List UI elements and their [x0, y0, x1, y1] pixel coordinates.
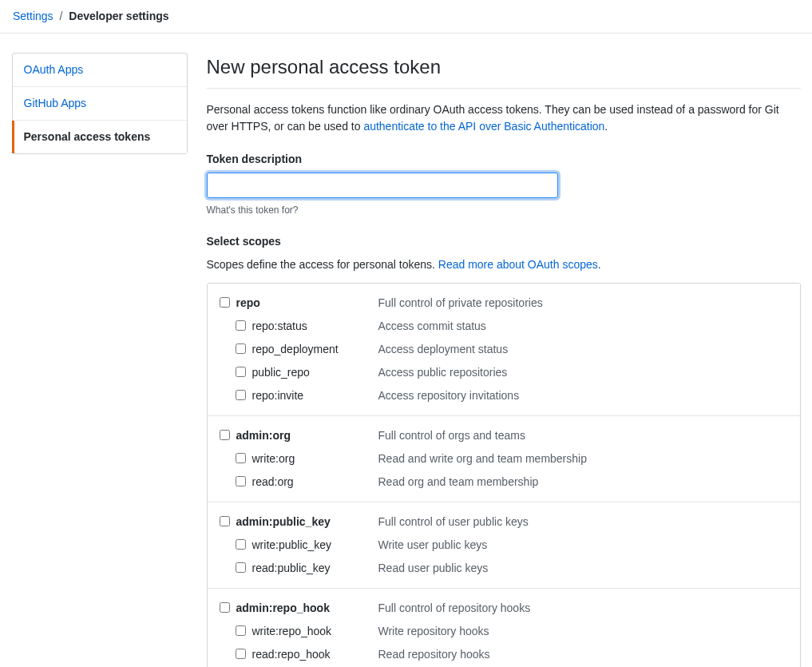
scope-desc-admin-public-key: Full control of user public keys [378, 514, 788, 530]
scope-row-repo-status: repo:statusAccess commit status [220, 316, 788, 339]
scope-name-write-org[interactable]: write:org [252, 451, 378, 467]
scopes-lead-post: . [598, 258, 601, 271]
sidebar: OAuth AppsGitHub AppsPersonal access tok… [12, 53, 188, 667]
scope-checkbox-repo-status[interactable] [236, 320, 246, 331]
scope-checkbox-repo-deployment[interactable] [236, 343, 246, 354]
scope-desc-public-repo: Access public repositories [378, 364, 788, 381]
breadcrumb-current: Developer settings [69, 10, 168, 22]
scope-desc-admin-org: Full control of orgs and teams [378, 427, 788, 444]
scope-checkbox-admin-repo-hook[interactable] [220, 602, 230, 613]
breadcrumb-settings-link[interactable]: Settings [13, 10, 53, 22]
scope-name-admin-repo-hook[interactable]: admin:repo_hook [236, 600, 378, 617]
scope-group-admin-public-key: admin:public_keyFull control of user pub… [208, 502, 800, 589]
scope-desc-read-repo-hook: Read repository hooks [378, 646, 788, 663]
scope-name-repo-status[interactable]: repo:status [252, 318, 378, 335]
scope-row-write-repo-hook: write:repo_hookWrite repository hooks [220, 621, 788, 645]
scopes-heading: Select scopes [207, 233, 801, 250]
page-title: New personal access token [207, 53, 801, 81]
scopes-lead-pre: Scopes define the access for personal to… [207, 258, 438, 271]
main-content: New personal access token Personal acces… [207, 53, 801, 667]
sidebar-item-github-apps[interactable]: GitHub Apps [13, 87, 187, 121]
scope-checkbox-read-repo-hook[interactable] [236, 649, 246, 659]
scope-name-read-org[interactable]: read:org [252, 474, 378, 490]
intro-link[interactable]: authenticate to the API over Basic Authe… [363, 120, 604, 133]
scope-checkbox-read-public-key[interactable] [236, 562, 246, 573]
scope-group-admin-org: admin:orgFull control of orgs and teamsw… [208, 416, 800, 502]
scopes-list: repoFull control of private repositories… [207, 283, 801, 667]
scope-row-public-repo: public_repoAccess public repositories [220, 363, 788, 386]
scope-desc-write-org: Read and write org and team membership [378, 451, 788, 467]
breadcrumb: Settings / Developer settings [0, 0, 812, 34]
scope-desc-write-public-key: Write user public keys [378, 537, 788, 554]
scope-row-write-org: write:orgRead and write org and team mem… [220, 449, 788, 472]
title-divider [207, 88, 801, 89]
scope-name-read-repo-hook[interactable]: read:repo_hook [252, 646, 378, 663]
scope-checkbox-public-repo[interactable] [236, 367, 246, 377]
scope-checkbox-admin-org[interactable] [220, 430, 230, 440]
scope-name-write-public-key[interactable]: write:public_key [252, 537, 378, 554]
scope-row-read-public-key: read:public_keyRead user public keys [220, 558, 788, 582]
scope-checkbox-write-repo-hook[interactable] [236, 625, 246, 636]
scope-desc-repo-deployment: Access deployment status [378, 341, 788, 358]
breadcrumb-separator: / [59, 10, 62, 22]
scope-desc-repo-invite: Access repository invitations [378, 387, 788, 404]
scope-row-repo-deployment: repo_deploymentAccess deployment status [220, 339, 788, 363]
scope-row-repo: repoFull control of private repositories [220, 293, 788, 316]
intro-post: . [604, 120, 608, 133]
scope-row-read-org: read:orgRead org and team membership [220, 472, 788, 495]
scope-name-public-repo[interactable]: public_repo [252, 364, 378, 381]
scope-name-write-repo-hook[interactable]: write:repo_hook [252, 623, 378, 640]
scopes-lead: Scopes define the access for personal to… [207, 256, 801, 273]
scope-row-read-repo-hook: read:repo_hookRead repository hooks [220, 645, 788, 667]
token-description-label: Token description [207, 151, 801, 168]
scope-checkbox-write-org[interactable] [236, 453, 246, 463]
scope-checkbox-admin-public-key[interactable] [220, 516, 230, 526]
scope-name-read-public-key[interactable]: read:public_key [252, 560, 378, 577]
scope-row-admin-org: admin:orgFull control of orgs and teams [220, 426, 788, 449]
scope-name-repo[interactable]: repo [236, 295, 378, 312]
scope-desc-write-repo-hook: Write repository hooks [378, 623, 788, 640]
sidebar-menu: OAuth AppsGitHub AppsPersonal access tok… [12, 53, 188, 154]
scope-group-admin-repo-hook: admin:repo_hookFull control of repositor… [208, 589, 800, 667]
scope-row-repo-invite: repo:inviteAccess repository invitations [220, 386, 788, 409]
scope-desc-repo-status: Access commit status [378, 318, 788, 335]
scope-row-admin-repo-hook: admin:repo_hookFull control of repositor… [220, 598, 788, 621]
scope-checkbox-write-public-key[interactable] [236, 539, 246, 550]
scope-checkbox-read-org[interactable] [236, 476, 246, 486]
scope-group-repo: repoFull control of private repositories… [208, 284, 800, 416]
scope-name-repo-invite[interactable]: repo:invite [252, 387, 378, 404]
scope-name-admin-public-key[interactable]: admin:public_key [236, 514, 378, 530]
scope-checkbox-repo-invite[interactable] [236, 390, 246, 400]
token-description-input[interactable] [207, 173, 558, 198]
scopes-lead-link[interactable]: Read more about OAuth scopes [438, 258, 598, 271]
scope-desc-admin-repo-hook: Full control of repository hooks [378, 600, 788, 617]
intro-text: Personal access tokens function like ord… [207, 101, 801, 135]
scope-name-admin-org[interactable]: admin:org [236, 427, 378, 444]
sidebar-item-oauth-apps[interactable]: OAuth Apps [13, 54, 187, 87]
sidebar-item-personal-access-tokens[interactable]: Personal access tokens [13, 121, 187, 153]
scope-desc-read-org: Read org and team membership [378, 474, 788, 490]
token-description-hint: What's this token for? [207, 203, 801, 217]
scope-desc-repo: Full control of private repositories [378, 295, 788, 312]
scope-name-repo-deployment[interactable]: repo_deployment [252, 341, 378, 358]
scope-row-write-public-key: write:public_keyWrite user public keys [220, 535, 788, 558]
scope-checkbox-repo[interactable] [220, 297, 230, 308]
scope-desc-read-public-key: Read user public keys [378, 560, 788, 577]
scope-row-admin-public-key: admin:public_keyFull control of user pub… [220, 512, 788, 535]
